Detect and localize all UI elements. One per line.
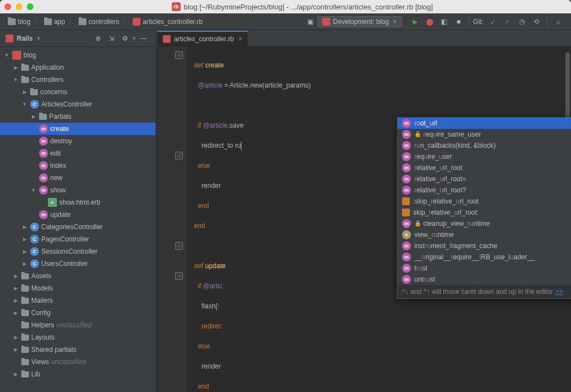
tree-node[interactable]: Models [0,282,156,294]
tree-node[interactable]: Shared partials [0,343,156,356]
breadcrumb-blog[interactable]: blog [6,18,33,26]
tree-node[interactable]: mnew [0,172,156,184]
completion-item[interactable]: m__original__require__IRB_use_loader__Ob… [398,251,571,263]
tree-node[interactable]: Assets [0,270,156,282]
breadcrumb-file[interactable]: articles_controller.rb [130,18,205,26]
completion-item[interactable]: skip_relative_url_root: [398,207,571,218]
run-config-dropdown[interactable]: Development: blog ▼ [317,16,402,27]
close-traffic-light[interactable] [4,3,11,10]
completion-item[interactable]: mrelative_url_root?included in AbstractC… [398,185,571,196]
completion-item[interactable]: mtrustObject [398,263,571,274]
stop-button[interactable]: ■ [452,16,464,28]
completion-item[interactable]: mrelative_url_rootincluded in AbstractCo… [398,162,571,173]
gutter-action-icon[interactable]: ⇣ [175,272,183,280]
popup-more-link[interactable]: >> [555,287,563,297]
completion-item[interactable]: mrun_callbacks(kind, &block)ActiveSuppor… [398,140,571,151]
window-title: blog [~/RubymineProjects/blog] - .../app… [184,3,433,11]
locate-icon[interactable]: ⊕ [92,32,104,45]
completion-item[interactable]: m🔒cleanup_view_runtimeActionController::… [398,218,571,229]
git-label: Git: [473,18,483,26]
navigation-bar: blog 〉 app 〉 controllers 〉 articles_cont… [0,13,571,30]
breadcrumb-controllers[interactable]: controllers [76,18,122,26]
tree-node[interactable]: Application [0,61,156,74]
tree-node[interactable]: CArticlesController [0,98,156,110]
tree-node[interactable]: mcreate [0,123,156,135]
git-history-icon[interactable]: ◷ [516,16,528,28]
tree-node[interactable]: Mailers [0,294,156,307]
tree-node[interactable]: Layouts [0,331,156,343]
app-icon: rb [172,2,181,11]
tree-node[interactable]: Partials [0,110,156,123]
sidebar-title[interactable]: Rails [17,35,33,42]
build-icon[interactable]: ▣ [304,16,316,28]
run-button[interactable]: ▶ [409,16,421,28]
zoom-traffic-light[interactable] [27,3,33,10]
project-tree[interactable]: blogApplicationControllersconcernsCArtic… [0,47,156,392]
ruby-file-icon [163,35,171,43]
git-update-icon[interactable]: ↙ [487,16,499,28]
completion-item[interactable]: mroot_urlArticlesController [398,118,571,129]
tree-node[interactable]: blog [0,49,156,61]
debug-button[interactable]: ⬤ [423,16,435,28]
completion-popup[interactable]: mroot_urlArticlesControllerm🔒require_sam… [397,117,571,299]
completion-item[interactable]: :skip_relative_url_root [398,196,571,207]
code-area[interactable]: ⇣ ⇣ ⇣ ⇣ def create @article = Article.ne… [156,47,571,392]
gutter-action-icon[interactable]: ⇣ [175,152,183,159]
tree-node[interactable]: mshow [0,184,156,196]
completion-item[interactable]: ●view_runtimeActionController::Instrumen… [398,229,571,240]
chevron-down-icon: ▼ [392,19,397,25]
breadcrumb-app[interactable]: app [42,18,67,26]
git-commit-icon[interactable]: ✓ [501,16,514,28]
chevron-right-icon: 〉 [69,17,75,26]
tree-node[interactable]: Controllers [0,74,156,86]
search-icon[interactable]: ⌕ [552,16,564,28]
completion-item[interactable]: mrequire_userApplicationController [398,151,571,162]
gear-icon[interactable]: ⚙ [119,32,131,45]
tree-node[interactable]: Lib [0,368,156,380]
gutter-action-icon[interactable]: ⇣ [175,51,183,59]
completion-item[interactable]: mrelative_url_root=included in AbstractC… [398,173,571,185]
chevron-down-icon: ▼ [36,36,41,41]
rails-icon [6,35,13,42]
git-revert-icon[interactable]: ⟲ [530,16,543,28]
tree-node[interactable]: mindex [0,159,156,172]
titlebar: rb blog [~/RubymineProjects/blog] - .../… [0,0,571,13]
editor: articles_controller.rb × ⇣ ⇣ ⇣ ⇣ def cre… [156,30,571,392]
tree-node[interactable]: CUsersController [0,258,156,270]
sidebar-header: Rails ▼ ⊕ ⇲ ⚙ ▼ — [0,30,156,47]
tree-node[interactable]: Viewsunclassified [0,356,156,368]
tree-node[interactable]: Config [0,307,156,319]
tree-node[interactable]: CCategoriesController [0,221,156,233]
completion-item[interactable]: m🔒require_same_userArticlesController [398,129,571,140]
close-tab-icon[interactable]: × [238,35,242,43]
project-sidebar: Rails ▼ ⊕ ⇲ ⚙ ▼ — blogApplicationControl… [0,30,156,392]
breadcrumb: blog 〉 app 〉 controllers 〉 articles_cont… [6,17,205,26]
hide-icon[interactable]: — [137,32,149,45]
chevron-right-icon: 〉 [34,17,41,26]
chevron-right-icon: 〉 [123,17,129,26]
rails-icon [322,18,330,26]
editor-tabs: articles_controller.rb × [156,30,571,47]
collapse-icon[interactable]: ⇲ [105,32,118,45]
gutter[interactable]: ⇣ ⇣ ⇣ ⇣ [156,47,187,392]
tree-node[interactable]: Helpersunclassified [0,319,156,331]
completion-item[interactable]: muntrustObject [398,274,571,285]
editor-tab[interactable]: articles_controller.rb × [157,31,248,46]
tree-node[interactable]: mupdate [0,209,156,221]
gutter-action-icon[interactable]: ⇣ [175,242,183,250]
minimize-traffic-light[interactable] [16,3,22,10]
completion-item[interactable]: minstrument_fragment_cacheActionControll… [398,240,571,251]
tree-node[interactable]: CSessionsController [0,245,156,258]
tree-node[interactable]: CPagesController [0,233,156,245]
tree-node[interactable]: mdestroy [0,135,156,147]
coverage-button[interactable]: ◧ [438,16,450,28]
tree-node[interactable]: medit [0,147,156,159]
tree-node[interactable]: ≡show.html.erb [0,196,156,209]
tree-node[interactable]: concerns [0,86,156,98]
popup-footer: ^↓ and ^↑ will move caret down and up in… [398,285,571,298]
